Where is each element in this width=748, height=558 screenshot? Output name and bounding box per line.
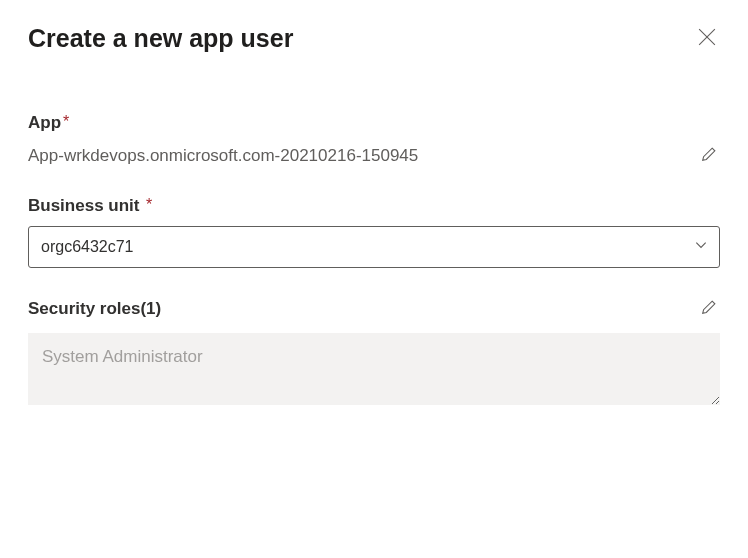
edit-app-button[interactable] [698,143,720,168]
pencil-icon [700,145,718,166]
business-unit-required-mark: * [146,196,152,213]
security-roles-box[interactable] [28,333,720,405]
dialog-title: Create a new app user [28,24,293,53]
business-unit-field: Business unit * [28,196,720,268]
app-required-mark: * [63,113,69,130]
app-field: App* App-wrkdevops.onmicrosoft.com-20210… [28,113,720,168]
close-icon [698,28,716,49]
app-label: App [28,113,61,132]
security-roles-field: Security roles(1) [28,296,720,409]
pencil-icon [700,298,718,319]
business-unit-select[interactable] [28,226,720,268]
app-value: App-wrkdevops.onmicrosoft.com-20210216-1… [28,146,418,166]
dialog-header: Create a new app user [28,24,720,53]
close-button[interactable] [694,24,720,53]
security-roles-count: (1) [140,299,161,318]
security-roles-label: Security roles [28,299,140,318]
security-roles-label-row: Security roles(1) [28,299,161,319]
business-unit-select-wrap [28,226,720,268]
edit-security-roles-button[interactable] [698,296,720,321]
business-unit-label: Business unit [28,196,139,215]
